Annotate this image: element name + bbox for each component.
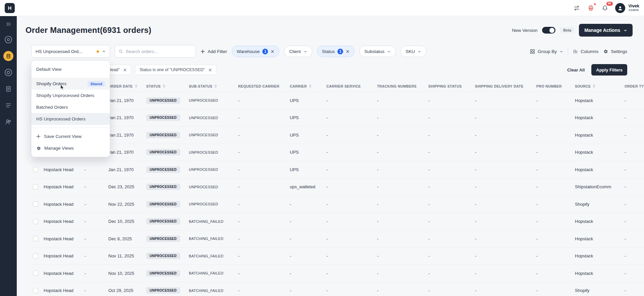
sort-icon[interactable] (309, 84, 312, 88)
chip-label: SKU (406, 49, 415, 54)
sort-icon[interactable] (592, 84, 596, 88)
chip-count-badge: 1 (337, 49, 343, 54)
cell-value: - (536, 202, 538, 207)
filter-chip-status[interactable]: Status1 (317, 46, 355, 57)
cell-client: - (85, 236, 108, 241)
cell-checkbox (31, 184, 44, 190)
sort-icon[interactable] (214, 84, 217, 88)
status-badge: UNPROCESSED (146, 253, 180, 259)
view-menu-item[interactable]: Shopify Unprocessed Orders (32, 90, 110, 101)
cell-carrier: - (290, 202, 326, 207)
save-current-view-item[interactable]: Save Current View (32, 131, 110, 142)
column-header-sub-status[interactable]: SUB-STATUS (189, 84, 238, 88)
view-menu-item[interactable]: Default View (32, 63, 110, 75)
cell-value: - (290, 253, 291, 258)
cell-value: - (428, 253, 430, 258)
new-version-toggle[interactable] (542, 27, 555, 34)
cell-tracking_numbers: - (377, 253, 428, 258)
cell-requested_carrier: - (238, 167, 290, 172)
notifications-bell-icon[interactable]: 69 (601, 4, 609, 12)
apply-filters-button[interactable]: Apply Filters (591, 64, 627, 76)
cell-value: - (625, 115, 626, 120)
sidebar (0, 16, 17, 296)
row-checkbox[interactable] (33, 288, 38, 293)
nav-inventory-icon[interactable] (3, 67, 13, 78)
cell-client: - (85, 184, 108, 189)
close-icon[interactable] (208, 68, 212, 72)
cell-warehouse: Hopstack Head (44, 288, 85, 293)
main-content: Order Management(6931 orders) New Versio… (17, 16, 644, 296)
filter-chip-substatus[interactable]: Substatus (359, 46, 396, 57)
view-menu-item[interactable]: Shopify OrdersShared (32, 78, 110, 90)
cell-value: - (377, 115, 378, 120)
settings-button[interactable]: Settings (603, 49, 627, 54)
view-menu-item[interactable]: Batched Orders (32, 101, 110, 113)
table-row: Hopstack Head-Jan 21, 1970UNPROCESSEDUNP… (31, 161, 644, 179)
cell-value: - (475, 133, 476, 138)
data-transfer-icon[interactable] (573, 4, 581, 12)
filter-chip-sku[interactable]: SKU (400, 46, 426, 57)
view-menu-item[interactable]: HS Unprocessed Orders (32, 113, 110, 125)
app-logo[interactable]: H (5, 3, 15, 13)
row-checkbox[interactable] (33, 201, 38, 207)
clear-all-button[interactable]: Clear All (567, 67, 585, 72)
cell-value: UPS (290, 133, 299, 138)
row-checkbox[interactable] (33, 270, 38, 276)
cell-source: Hopstack (575, 150, 625, 155)
manage-views-item[interactable]: Manage Views (32, 142, 110, 154)
cell-checkbox (31, 236, 44, 241)
column-header-source[interactable]: SOURCE (575, 84, 625, 88)
nav-users-icon[interactable] (3, 117, 13, 127)
column-header-carrier[interactable]: CARRIER (290, 84, 326, 88)
topbar: H 69 Vivek ADMIN (0, 0, 644, 16)
columns-button[interactable]: Columns (573, 49, 598, 54)
column-header-status[interactable]: STATUS (146, 84, 189, 88)
cell-value: - (536, 167, 538, 172)
row-checkbox[interactable] (33, 167, 38, 172)
nav-lists-icon[interactable] (3, 100, 13, 110)
cell-value: - (625, 219, 626, 224)
unsaved-changes-dot (97, 50, 99, 53)
nav-orders-icon[interactable] (3, 51, 13, 61)
cell-value: - (475, 219, 476, 224)
user-role: ADMIN (629, 9, 639, 12)
cell-shipping_delivery_date: - (475, 98, 536, 103)
cell-warehouse: Hopstack Head (44, 253, 85, 258)
filter-chip-warehouse[interactable]: Warehouse1 (232, 46, 280, 57)
cell-order_date: Nov 22, 2025 (108, 202, 146, 207)
cell-value: - (238, 150, 239, 155)
cell-value: - (475, 236, 476, 241)
sort-icon[interactable] (135, 84, 138, 88)
nav-documents-icon[interactable] (3, 84, 13, 94)
settings-label: Settings (611, 49, 627, 54)
close-icon[interactable] (346, 50, 350, 53)
cell-value: - (428, 184, 430, 189)
sidebar-expand-icon[interactable] (4, 20, 13, 28)
filter-chip-client[interactable]: Client (284, 46, 312, 57)
sort-icon[interactable] (162, 84, 166, 88)
manage-actions-button[interactable]: Manage Actions (579, 24, 633, 37)
column-label: ORDER TYPE (625, 84, 644, 88)
close-icon[interactable] (123, 68, 127, 72)
search-input[interactable] (126, 49, 192, 54)
view-selector-button[interactable]: HS Unprocessed Ord... (31, 45, 110, 58)
cell-shipping_delivery_date: - (475, 115, 536, 120)
cell-pro_number: - (536, 150, 575, 155)
printer-icon[interactable] (587, 4, 595, 12)
column-header-order-date[interactable]: ORDER DATE (108, 84, 146, 88)
add-filter-button[interactable]: Add Filter (201, 49, 227, 54)
status-badge: UNPROCESSED (146, 184, 180, 190)
row-checkbox[interactable] (33, 253, 38, 259)
user-avatar[interactable] (615, 3, 625, 13)
nav-dashboard-icon[interactable] (3, 35, 13, 45)
plus-icon (201, 49, 205, 54)
cell-value: Hopstack (575, 98, 593, 103)
cell-warehouse: Hopstack Head (44, 202, 85, 207)
cell-value: - (326, 133, 328, 138)
substatus-text: BATCHING_FAILED (189, 254, 223, 258)
row-checkbox[interactable] (33, 236, 38, 241)
close-icon[interactable] (271, 50, 274, 53)
row-checkbox[interactable] (33, 184, 38, 190)
row-checkbox[interactable] (33, 219, 38, 224)
group-by-button[interactable]: Group By (530, 49, 563, 54)
